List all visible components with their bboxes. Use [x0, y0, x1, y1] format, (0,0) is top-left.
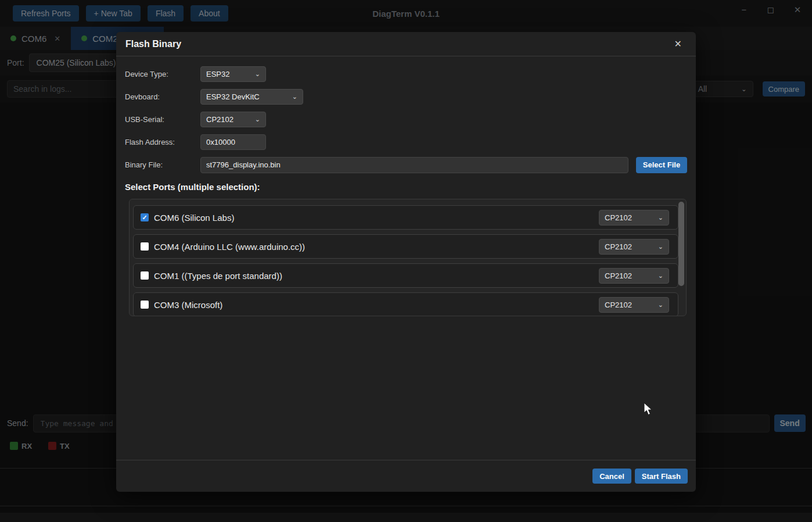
ports-scrollbar[interactable] [678, 202, 684, 286]
cancel-button[interactable]: Cancel [592, 469, 631, 484]
chip-value: CP2102 [605, 213, 632, 222]
usb-serial-select[interactable]: CP2102 ⌄ [200, 112, 266, 127]
chip-value: CP2102 [605, 301, 632, 309]
flash-binary-dialog: Flash Binary ✕ Device Type: ESP32 ⌄ Devb… [116, 32, 696, 492]
binary-file-label: Binary File: [125, 160, 200, 169]
binary-file-row: Binary File: Select File [125, 157, 687, 173]
app-window: Refresh Ports + New Tab Flash About Diag… [0, 0, 812, 522]
usb-serial-value: CP2102 [206, 115, 233, 124]
port-row-label: COM3 (Microsoft) [154, 300, 599, 310]
chevron-down-icon: ⌄ [658, 244, 663, 250]
flash-address-input[interactable] [200, 134, 266, 150]
port-row-com3[interactable]: ✓ COM3 (Microsoft) CP2102 ⌄ [133, 292, 678, 316]
port-row-com4[interactable]: ✓ COM4 (Arduino LLC (www.arduino.cc)) CP… [133, 234, 678, 259]
binary-file-group: Select File [200, 157, 687, 173]
start-flash-button[interactable]: Start Flash [635, 469, 688, 484]
devboard-select[interactable]: ESP32 DevKitC ⌄ [200, 89, 303, 105]
port-row-label: COM4 (Arduino LLC (www.arduino.cc)) [154, 242, 599, 252]
port-row-com6[interactable]: ✓ COM6 (Silicon Labs) CP2102 ⌄ [133, 205, 678, 230]
chevron-down-icon: ⌄ [658, 273, 663, 279]
device-type-select[interactable]: ESP32 ⌄ [200, 66, 266, 82]
chip-select[interactable]: CP2102 ⌄ [599, 210, 669, 226]
ports-list: ✓ COM6 (Silicon Labs) CP2102 ⌄ ✓ COM4 (A… [129, 199, 687, 316]
chevron-down-icon: ⌄ [658, 302, 663, 308]
device-type-row: Device Type: ESP32 ⌄ [125, 66, 687, 82]
flash-address-label: Flash Address: [125, 138, 200, 146]
checkbox-icon[interactable]: ✓ [141, 301, 149, 309]
chip-select[interactable]: CP2102 ⌄ [599, 297, 669, 313]
port-row-label: COM1 ((Types de port standard)) [154, 271, 599, 281]
flash-address-row: Flash Address: [125, 134, 687, 150]
devboard-row: Devboard: ESP32 DevKitC ⌄ [125, 89, 687, 105]
checkbox-icon[interactable]: ✓ [141, 271, 149, 280]
select-file-button[interactable]: Select File [636, 157, 687, 173]
usb-serial-row: USB-Serial: CP2102 ⌄ [125, 112, 687, 127]
checkbox-checked-icon[interactable]: ✓ [141, 213, 149, 221]
dialog-footer: Cancel Start Flash [116, 460, 696, 492]
chevron-down-icon: ⌄ [658, 214, 663, 221]
chip-value: CP2102 [605, 242, 632, 251]
dialog-body: Device Type: ESP32 ⌄ Devboard: ESP32 Dev… [116, 56, 696, 316]
chevron-down-icon: ⌄ [255, 71, 260, 77]
checkbox-icon[interactable]: ✓ [141, 242, 149, 251]
dialog-header: Flash Binary ✕ [116, 32, 696, 56]
port-row-com1[interactable]: ✓ COM1 ((Types de port standard)) CP2102… [133, 263, 678, 288]
usb-serial-label: USB-Serial: [125, 115, 200, 124]
device-type-label: Device Type: [125, 70, 200, 78]
dialog-title: Flash Binary [125, 39, 181, 49]
binary-file-input[interactable] [200, 157, 628, 173]
device-type-value: ESP32 [206, 70, 229, 78]
chip-select[interactable]: CP2102 ⌄ [599, 239, 669, 255]
close-dialog-icon[interactable]: ✕ [674, 38, 682, 49]
chevron-down-icon: ⌄ [292, 94, 297, 100]
devboard-value: ESP32 DevKitC [206, 92, 260, 101]
chip-value: CP2102 [605, 271, 632, 280]
port-row-label: COM6 (Silicon Labs) [154, 213, 599, 223]
chevron-down-icon: ⌄ [255, 116, 260, 123]
chip-select[interactable]: CP2102 ⌄ [599, 268, 669, 284]
devboard-label: Devboard: [125, 92, 200, 101]
select-ports-heading: Select Ports (multiple selection): [125, 182, 687, 192]
